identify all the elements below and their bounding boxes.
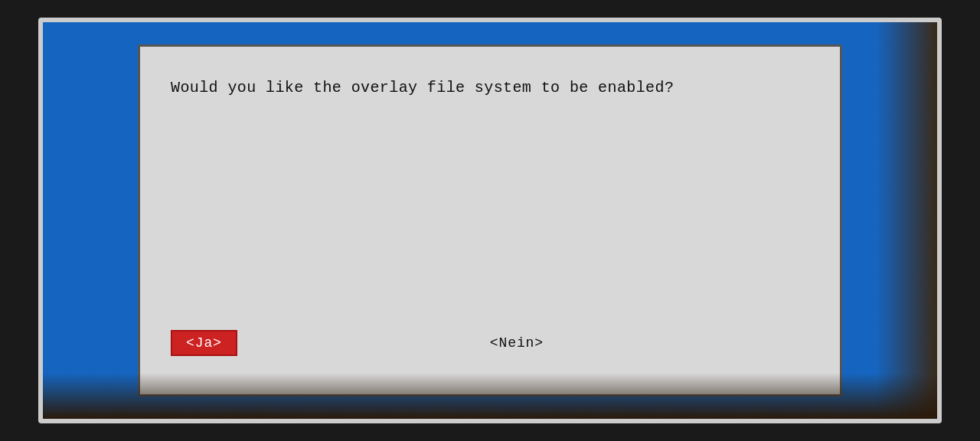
dialog-box: Would you like the overlay file system t… (138, 44, 842, 397)
nein-button[interactable]: <Nein> (482, 332, 551, 354)
dialog-question: Would you like the overlay file system t… (171, 77, 809, 99)
right-shadow (876, 22, 937, 419)
ja-button[interactable]: <Ja> (171, 330, 237, 356)
dialog-buttons: <Ja> <Nein> (171, 330, 809, 364)
screen: Would you like the overlay file system t… (38, 18, 942, 423)
